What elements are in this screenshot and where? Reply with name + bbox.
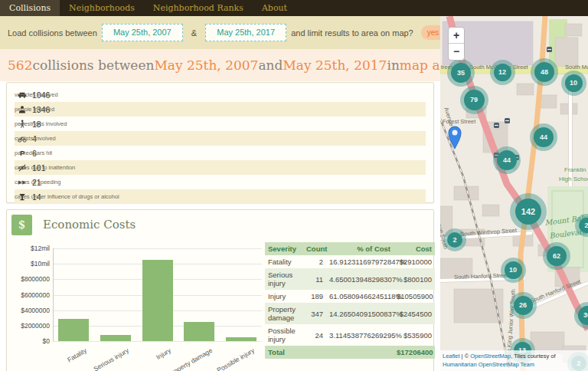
location-pin-marker[interactable] bbox=[446, 122, 463, 149]
tab-neighborhoods[interactable]: Neighborhoods bbox=[60, 0, 144, 16]
table-row: Property damage347 14.26504091500837%$24… bbox=[265, 303, 435, 324]
marker-cluster[interactable]: 44 bbox=[497, 150, 517, 170]
marker-cluster[interactable]: 12 bbox=[494, 64, 511, 81]
hot-osm-link[interactable]: Humanitarian OpenStreetMap Team bbox=[443, 361, 534, 368]
x-axis-tick-label: Fatality bbox=[18, 346, 89, 371]
economic-costs-bar-chart: $12mil$10mil$8000000$6000000$4000000$200… bbox=[13, 241, 267, 371]
bar-serious-injury bbox=[100, 335, 131, 341]
bar-possible-injury bbox=[226, 337, 256, 341]
marker-cluster[interactable]: 10 bbox=[565, 74, 583, 92]
marker-cluster[interactable]: 35 bbox=[451, 63, 471, 83]
col-pct-cost: % of Cost bbox=[326, 242, 394, 255]
y-axis-tick-label: $12mil bbox=[13, 245, 50, 252]
marker-cluster[interactable]: 2 bbox=[447, 232, 462, 248]
col-severity: Severity bbox=[265, 242, 303, 255]
marker-cluster[interactable]: 62 bbox=[547, 246, 567, 266]
y-axis-tick-label: $10mil bbox=[13, 260, 50, 268]
economic-costs-panel: $ Economic Costs $12mil$10mil$8000000$60… bbox=[6, 209, 434, 371]
y-axis-line bbox=[53, 248, 54, 341]
bar-property-damage bbox=[184, 322, 214, 341]
table-row: Injury189 61.05809466245118%$10505900 bbox=[265, 290, 435, 303]
zoom-out-button[interactable]: − bbox=[449, 44, 464, 60]
stat-label: cases due to inattention bbox=[15, 164, 75, 171]
stat-row-speeding: cases of speeding 21 bbox=[15, 175, 426, 189]
stat-row-pedestrians: pedestrians involved 18 bbox=[15, 117, 426, 131]
col-count: Count bbox=[303, 242, 326, 255]
table-row: Fatality2 16.912311697972847%$2910000 bbox=[265, 255, 435, 268]
street-label: High School bbox=[559, 176, 588, 182]
dollar-icon: $ bbox=[11, 215, 32, 235]
stat-label: cases under influence of drugs or alcoho… bbox=[15, 193, 119, 200]
marker-cluster[interactable]: 26 bbox=[514, 296, 533, 315]
table-total-row: Total $17206400 bbox=[265, 346, 435, 359]
stat-label: pedestrians involved bbox=[15, 120, 67, 127]
stat-row-parked-cars: P parked cars hit 6 bbox=[15, 146, 426, 160]
leaflet-link[interactable]: Leaflet bbox=[443, 353, 460, 360]
tab-neighborhood-ranks[interactable]: Neighborhood Ranks bbox=[144, 0, 253, 16]
table-row: Possible injury24 3.114538776269295%$535… bbox=[265, 324, 435, 346]
stat-label: vehicles involved bbox=[15, 91, 58, 98]
table-row: Serious injury11 4.650013948298307%$8001… bbox=[265, 268, 435, 290]
tab-about[interactable]: About bbox=[253, 0, 296, 16]
marker-cluster[interactable]: 48 bbox=[534, 62, 554, 82]
severity-table: Severity Count % of Cost Cost Fatality2 … bbox=[265, 242, 435, 359]
map-attribution: Leaflet | © OpenStreetMap, Tiles courtes… bbox=[440, 350, 588, 371]
filter-suffix-label: and limit results to area on map? bbox=[291, 28, 413, 38]
map-zoom-control: + − bbox=[448, 27, 465, 61]
collision-count: 562 bbox=[8, 57, 32, 73]
collision-stats-panel: vehicles involved 1046 people involved 1… bbox=[6, 82, 434, 203]
y-axis-tick-label: $8000000 bbox=[13, 275, 50, 283]
y-axis-tick-label: $0 bbox=[13, 337, 50, 345]
bar-injury bbox=[142, 260, 173, 341]
stat-row-people: people involved 1346 bbox=[15, 102, 426, 117]
severity-table-header: Severity Count % of Cost Cost bbox=[265, 242, 435, 255]
date-from-input[interactable]: May 25th, 2007 bbox=[102, 24, 183, 41]
gridline bbox=[53, 341, 262, 342]
y-axis-tick-label: $4000000 bbox=[13, 307, 50, 314]
tab-collisions[interactable]: Collisions bbox=[0, 0, 60, 16]
headline-text: collisions between bbox=[32, 57, 154, 73]
ampersand-label: & bbox=[191, 28, 197, 38]
marker-cluster[interactable]: 142 bbox=[515, 199, 541, 225]
marker-cluster[interactable]: 44 bbox=[534, 127, 554, 147]
top-nav: Collisions Neighborhoods Neighborhood Ra… bbox=[0, 0, 588, 16]
openstreetmap-link[interactable]: OpenStreetMap bbox=[470, 353, 511, 360]
stat-row-dui: cases under influence of drugs or alcoho… bbox=[15, 189, 426, 204]
headline-date-to: May 25th, 2017 bbox=[283, 57, 387, 73]
col-cost: Cost bbox=[394, 242, 435, 255]
street-label: Franklin bbox=[564, 166, 586, 173]
marker-cluster[interactable]: 79 bbox=[464, 90, 485, 110]
stat-row-vehicles: vehicles involved 1046 bbox=[15, 87, 426, 102]
attribution-text: | © bbox=[460, 353, 471, 360]
y-axis-tick-label: $2000000 bbox=[13, 322, 50, 330]
stat-label: cyclists involved bbox=[15, 135, 56, 142]
filter-prefix-label: Load collisions between bbox=[8, 28, 97, 38]
map[interactable]: + − 351248107944441422262102630132 treet… bbox=[440, 16, 588, 371]
headline-text: in bbox=[387, 57, 399, 73]
gridline bbox=[53, 248, 262, 249]
toggle-yes-label: yes bbox=[427, 28, 439, 37]
headline-text: and bbox=[258, 57, 283, 73]
street-label: South McC bbox=[565, 64, 588, 71]
y-axis-tick-label: $6000000 bbox=[13, 291, 50, 299]
attribution-text: , Tiles courtesy of bbox=[511, 353, 555, 360]
marker-cluster[interactable]: 10 bbox=[505, 261, 522, 279]
stat-label: cases of speeding bbox=[15, 179, 60, 186]
economic-costs-header: $ Economic Costs bbox=[7, 210, 433, 239]
stat-row-cyclists: cyclists involved 4 bbox=[15, 131, 426, 146]
app: Collisions Neighborhoods Neighborhood Ra… bbox=[0, 0, 588, 371]
economic-costs-title: Economic Costs bbox=[43, 218, 136, 231]
date-to-input[interactable]: May 25th, 2017 bbox=[205, 24, 286, 41]
stat-label: people involved bbox=[15, 106, 54, 113]
bar-fatality bbox=[58, 319, 89, 341]
stat-label: parked cars hit bbox=[15, 149, 52, 156]
zoom-in-button[interactable]: + bbox=[449, 28, 464, 44]
headline-date-from: May 25th, 2007 bbox=[154, 57, 258, 73]
stat-row-inattention: cases due to inattention 101 bbox=[15, 160, 426, 175]
